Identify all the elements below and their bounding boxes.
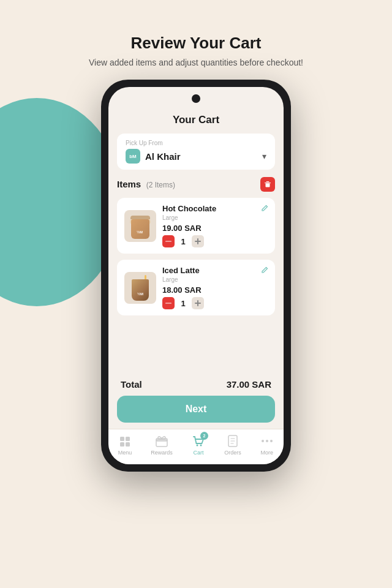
cup-label: ½M xyxy=(137,230,143,234)
svg-rect-6 xyxy=(165,303,172,304)
bottom-nav: Menu Rewards xyxy=(108,429,284,464)
item-name-iced-latte: Iced Latte xyxy=(162,266,268,275)
hot-chocolate-cup: ½M xyxy=(129,213,151,239)
item-price-iced-latte: 18.00 SAR xyxy=(162,285,268,295)
total-section: Total 37.00 SAR xyxy=(108,373,284,396)
pickup-section[interactable]: Pick Up From bM Al Khair ▾ xyxy=(117,134,275,170)
plus-icon xyxy=(195,238,201,244)
cup-label-iced: ½M xyxy=(137,292,143,296)
edit-icon xyxy=(260,204,269,213)
chevron-down-icon[interactable]: ▾ xyxy=(262,151,266,161)
item-price-hot-chocolate: 19.00 SAR xyxy=(162,224,268,233)
edit-iced-latte-button[interactable] xyxy=(260,266,269,274)
items-heading: Items xyxy=(117,179,141,189)
nav-label-menu: Menu xyxy=(118,450,132,456)
decrease-iced-latte-button[interactable] xyxy=(162,297,175,309)
minus-icon-iced xyxy=(165,303,172,304)
cart-title: Your Cart xyxy=(108,109,284,134)
items-section: Items (2 Items) xyxy=(117,177,275,373)
item-image-hot-chocolate: ½M xyxy=(124,210,156,242)
rewards-icon xyxy=(154,434,169,448)
svg-rect-8 xyxy=(195,303,201,304)
item-controls-hot-chocolate: 1 xyxy=(162,235,268,247)
cart-item-iced-latte: ½M Iced Latte Large 18.00 SAR xyxy=(117,260,275,315)
svg-point-15 xyxy=(196,445,198,447)
page-header: Review Your Cart View added items and ad… xyxy=(0,0,392,80)
svg-rect-1 xyxy=(266,181,270,182)
cart-badge: 2 xyxy=(200,432,208,440)
svg-point-19 xyxy=(266,440,268,442)
total-amount: 37.00 SAR xyxy=(227,379,271,390)
pickup-left: bM Al Khair xyxy=(126,149,181,164)
pickup-row: bM Al Khair ▾ xyxy=(126,149,266,164)
nav-item-rewards[interactable]: Rewards xyxy=(151,434,173,456)
svg-point-16 xyxy=(200,445,202,447)
cup-body: ½M xyxy=(131,219,149,239)
edit-icon-iced xyxy=(260,266,269,274)
pickup-label: Pick Up From xyxy=(126,140,266,146)
screen-content: Your Cart Pick Up From bM Al Khair ▾ Ite… xyxy=(108,87,284,464)
cup-body-iced: ½M xyxy=(132,279,149,301)
cup-lid xyxy=(130,216,150,219)
nav-item-orders[interactable]: Orders xyxy=(224,434,241,456)
camera-notch xyxy=(192,94,200,103)
svg-rect-0 xyxy=(265,183,271,183)
phone-frame: Your Cart Pick Up From bM Al Khair ▾ Ite… xyxy=(101,80,291,472)
minus-icon xyxy=(165,241,172,242)
pickup-name: Al Khair xyxy=(145,151,181,162)
svg-rect-2 xyxy=(266,184,270,187)
nav-item-cart[interactable]: 2 Cart xyxy=(191,434,206,456)
qty-iced-latte: 1 xyxy=(178,299,188,308)
items-heading-group: Items (2 Items) xyxy=(117,179,175,190)
nav-label-more: More xyxy=(261,450,274,456)
svg-rect-9 xyxy=(120,437,124,441)
page-subtitle: View added items and adjust quantities b… xyxy=(0,58,392,67)
nav-label-rewards: Rewards xyxy=(151,450,173,456)
nav-label-cart: Cart xyxy=(193,450,203,456)
increase-iced-latte-button[interactable] xyxy=(192,297,204,309)
decrease-hot-chocolate-button[interactable] xyxy=(162,235,175,247)
item-info-iced-latte: Iced Latte Large 18.00 SAR 1 xyxy=(162,266,268,309)
iced-latte-cup: ½M xyxy=(129,275,151,301)
cart-icon: 2 xyxy=(191,434,206,448)
svg-rect-11 xyxy=(120,442,124,447)
next-button-label: Next xyxy=(186,404,207,414)
next-button[interactable]: Next xyxy=(117,396,275,423)
nav-item-more[interactable]: More xyxy=(260,434,274,456)
page-title: Review Your Cart xyxy=(0,34,392,53)
svg-rect-12 xyxy=(126,442,130,447)
items-count: (2 Items) xyxy=(146,181,175,189)
svg-point-20 xyxy=(270,440,273,442)
delete-all-button[interactable] xyxy=(260,177,275,192)
item-image-iced-latte: ½M xyxy=(124,272,156,304)
item-name-hot-chocolate: Hot Chocolate xyxy=(162,204,268,213)
svg-rect-10 xyxy=(126,437,130,441)
svg-rect-5 xyxy=(195,241,201,242)
nav-item-menu[interactable]: Menu xyxy=(118,434,132,456)
more-icon xyxy=(260,434,274,448)
item-size-hot-chocolate: Large xyxy=(162,214,268,221)
item-info-hot-chocolate: Hot Chocolate Large 19.00 SAR 1 xyxy=(162,204,268,247)
plus-icon-iced xyxy=(195,300,201,306)
item-size-iced-latte: Large xyxy=(162,276,268,283)
items-header: Items (2 Items) xyxy=(117,177,275,192)
pickup-icon: bM xyxy=(126,149,140,164)
menu-icon xyxy=(118,434,132,448)
cart-item-hot-chocolate: ½M Hot Chocolate Large 19.00 SAR xyxy=(117,198,275,254)
nav-label-orders: Orders xyxy=(224,450,241,456)
increase-hot-chocolate-button[interactable] xyxy=(192,235,204,247)
total-label: Total xyxy=(121,379,142,390)
qty-hot-chocolate: 1 xyxy=(178,237,188,246)
edit-hot-chocolate-button[interactable] xyxy=(260,204,269,213)
svg-point-18 xyxy=(262,440,264,442)
svg-rect-3 xyxy=(165,241,172,242)
item-controls-iced-latte: 1 xyxy=(162,297,268,309)
trash-icon xyxy=(264,181,271,188)
phone-screen: Your Cart Pick Up From bM Al Khair ▾ Ite… xyxy=(108,87,284,464)
orders-icon xyxy=(225,434,240,448)
